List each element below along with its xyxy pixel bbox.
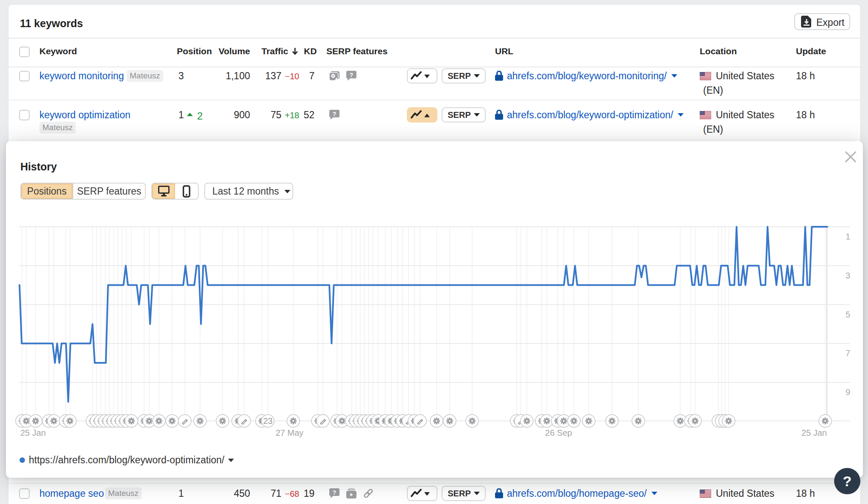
svg-text:7: 7 (846, 348, 850, 358)
svg-text:?: ? (333, 489, 337, 496)
svg-text:?: ? (333, 111, 337, 117)
svg-text:1: 1 (846, 232, 850, 241)
svg-text:9: 9 (846, 387, 850, 397)
svg-text:26 Sep: 26 Sep (545, 428, 572, 437)
svg-text:3: 3 (846, 271, 850, 280)
svg-text:25 Jan: 25 Jan (801, 428, 827, 437)
svg-text:25 Jan: 25 Jan (20, 428, 46, 437)
svg-text:23: 23 (263, 416, 273, 426)
svg-text:5: 5 (846, 310, 850, 319)
svg-text:27 May: 27 May (275, 428, 303, 437)
svg-text:?: ? (350, 72, 353, 78)
